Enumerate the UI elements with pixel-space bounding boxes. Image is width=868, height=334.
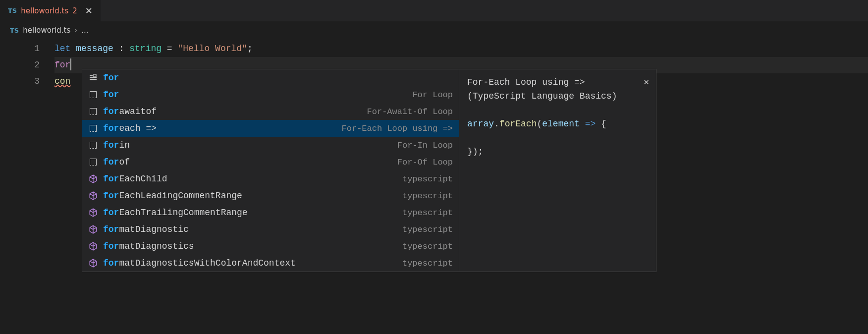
suggestion-label: formatDiagnostic <box>103 222 397 238</box>
suggestion-description: typescript <box>402 188 453 204</box>
tab-bar: TS helloworld.ts 2 ✕ <box>0 0 868 22</box>
suggestion-item[interactable]: forinFor-In Loop <box>82 137 459 154</box>
method-icon <box>88 191 98 200</box>
suggestion-documentation: For-Each Loop using => (TypeScript Langu… <box>459 69 656 272</box>
chevron-right-icon: › <box>74 26 77 35</box>
tab-problem-count: 2 <box>72 6 77 15</box>
suggestion-item[interactable]: forofFor-Of Loop <box>82 154 459 170</box>
editor-tab[interactable]: TS helloworld.ts 2 ✕ <box>0 0 101 21</box>
suggestion-label: formatDiagnosticsWithColorAndContext <box>103 255 397 272</box>
code-area[interactable]: let message : string = "Hello World"; fo… <box>54 41 868 90</box>
breadcrumb-rest: ... <box>81 26 88 35</box>
suggestion-description: typescript <box>402 222 453 238</box>
suggestion-label: foreach => <box>103 120 337 137</box>
suggestion-label: forEachTrailingCommentRange <box>103 205 397 221</box>
keyword-icon <box>88 74 98 82</box>
suggestion-label: forawaitof <box>103 104 362 120</box>
tab-filename: helloworld.ts <box>21 6 68 15</box>
suggestion-label: forEachLeadingCommentRange <box>103 188 397 204</box>
suggestion-item[interactable]: formatDiagnostictypescript <box>82 221 459 238</box>
suggestion-item[interactable]: formatDiagnosticstypescript <box>82 238 459 255</box>
line-number: 1 <box>0 41 40 57</box>
suggestion-item[interactable]: forEachChildtypescript <box>82 170 459 187</box>
line-number: 3 <box>0 73 40 90</box>
close-tab-icon[interactable]: ✕ <box>85 5 93 16</box>
doc-code-snippet: array.forEach(element => { }); <box>467 117 648 159</box>
suggestion-label: forof <box>103 154 392 170</box>
method-icon <box>88 242 98 251</box>
text-cursor <box>70 58 71 70</box>
suggestion-item[interactable]: foreach =>For-Each Loop using => <box>82 120 459 137</box>
suggestion-label: forin <box>103 137 392 154</box>
breadcrumb-filename: helloworld.ts <box>23 26 70 35</box>
doc-title: For-Each Loop using => (TypeScript Langu… <box>467 77 617 101</box>
typescript-file-icon: TS <box>10 27 19 34</box>
method-icon <box>88 208 98 217</box>
suggestion-label: for <box>103 70 448 86</box>
snippet-icon <box>88 159 98 166</box>
code-editor[interactable]: 1 2 3 let message : string = "Hello Worl… <box>0 39 868 90</box>
suggestion-description: For-Of Loop <box>397 154 453 170</box>
snippet-icon <box>88 91 98 98</box>
method-icon <box>88 174 98 183</box>
suggestion-description: typescript <box>402 205 453 221</box>
suggestion-item[interactable]: formatDiagnosticsWithColorAndContexttype… <box>82 255 459 272</box>
suggestion-list[interactable]: forforFor LoopforawaitofFor-Await-Of Loo… <box>82 69 459 272</box>
close-doc-icon[interactable]: ✕ <box>644 75 649 89</box>
svg-rect-3 <box>94 74 96 77</box>
snippet-icon <box>88 108 98 115</box>
svg-rect-2 <box>90 79 97 80</box>
suggestion-item[interactable]: forFor Loop <box>82 86 459 103</box>
svg-rect-0 <box>90 75 93 76</box>
suggestion-description: typescript <box>402 255 453 272</box>
intellisense-widget: forforFor LoopforawaitofFor-Await-Of Loo… <box>82 69 656 272</box>
suggestion-description: typescript <box>402 238 453 255</box>
suggestion-label: for <box>103 87 407 103</box>
breadcrumb[interactable]: TS helloworld.ts › ... <box>0 22 868 39</box>
suggestion-label: formatDiagnostics <box>103 238 397 255</box>
suggestion-description: For Loop <box>412 87 453 103</box>
snippet-icon <box>88 125 98 132</box>
suggestion-description: typescript <box>402 171 453 187</box>
suggestion-item[interactable]: forawaitofFor-Await-Of Loop <box>82 103 459 120</box>
typescript-file-icon: TS <box>8 7 17 14</box>
code-line[interactable]: let message : string = "Hello World"; <box>54 41 868 57</box>
suggestion-description: For-Each Loop using => <box>342 120 453 137</box>
snippet-icon <box>88 142 98 149</box>
line-number: 2 <box>0 57 40 73</box>
svg-rect-1 <box>90 77 97 78</box>
suggestion-label: forEachChild <box>103 171 397 187</box>
method-icon <box>88 225 98 234</box>
line-gutter: 1 2 3 <box>0 41 54 90</box>
suggestion-description: For-Await-Of Loop <box>367 104 453 120</box>
method-icon <box>88 259 98 268</box>
suggestion-item[interactable]: forEachTrailingCommentRangetypescript <box>82 204 459 221</box>
suggestion-item[interactable]: for <box>82 69 459 86</box>
suggestion-item[interactable]: forEachLeadingCommentRangetypescript <box>82 187 459 204</box>
suggestion-description: For-In Loop <box>397 137 453 154</box>
